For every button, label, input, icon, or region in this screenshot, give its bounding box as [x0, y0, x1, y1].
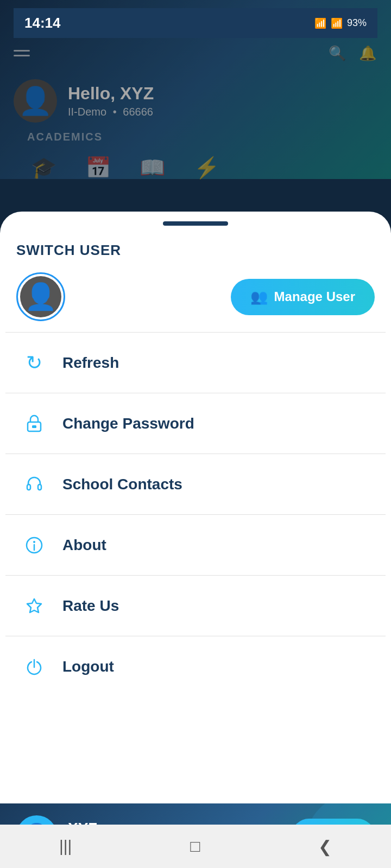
svg-point-6 — [33, 541, 35, 543]
sheet-handle[interactable] — [163, 221, 228, 226]
star-icon — [19, 591, 49, 621]
user-avatar-outline[interactable]: 👤 — [16, 272, 65, 321]
menu-label-school-contacts: School Contacts — [62, 476, 182, 493]
user-avatar-inner: 👤 — [20, 276, 61, 317]
menu-item-refresh[interactable]: ↻ Refresh — [0, 333, 391, 393]
signal-icon: 📶 — [331, 17, 343, 29]
status-bar: 14:14 📶 📶 93% — [14, 8, 377, 38]
svg-rect-3 — [27, 484, 30, 490]
user-row: 👤 👥 Manage User — [16, 272, 375, 321]
headset-icon — [19, 469, 49, 499]
wifi-icon: 📶 — [314, 17, 326, 29]
nav-back-button[interactable]: ❮ — [302, 832, 348, 861]
menu-item-change-password[interactable]: Change Password — [0, 393, 391, 454]
svg-rect-4 — [38, 484, 41, 490]
manage-user-icon: 👥 — [250, 289, 268, 305]
switch-user-section: SWITCH USER 👤 👥 Manage User — [0, 226, 391, 332]
lock-icon — [19, 409, 49, 438]
menu-item-school-contacts[interactable]: School Contacts — [0, 454, 391, 514]
manage-user-button[interactable]: 👥 Manage User — [231, 279, 375, 315]
menu-list: ↻ Refresh Change Password — [0, 333, 391, 803]
menu-label-logout: Logout — [62, 658, 114, 675]
menu-item-rate-us[interactable]: Rate Us — [0, 576, 391, 636]
switch-user-title: SWITCH USER — [16, 242, 375, 259]
menu-label-about: About — [62, 537, 106, 554]
nav-home-button[interactable]: □ — [174, 832, 216, 861]
sheet-content: SWITCH USER 👤 👥 Manage User ↻ Refresh — [0, 226, 391, 868]
menu-label-change-password: Change Password — [62, 415, 194, 432]
nav-menu-button[interactable]: ||| — [43, 832, 88, 861]
menu-label-rate-us: Rate Us — [62, 597, 119, 615]
svg-marker-8 — [27, 599, 41, 612]
user-avatar-icon: 👤 — [24, 282, 57, 312]
status-icons: 📶 📶 93% — [314, 17, 367, 29]
refresh-icon: ↻ — [19, 348, 49, 378]
info-icon — [19, 530, 49, 560]
menu-item-about[interactable]: About — [0, 515, 391, 575]
power-icon — [19, 652, 49, 681]
bottom-sheet: SWITCH USER 👤 👥 Manage User ↻ Refresh — [0, 212, 391, 868]
battery-text: 93% — [347, 17, 367, 29]
system-nav-bar: ||| □ ❮ — [0, 825, 391, 868]
menu-item-logout[interactable]: Logout — [0, 636, 391, 697]
manage-user-label: Manage User — [274, 289, 355, 304]
status-time: 14:14 — [24, 15, 61, 31]
menu-label-refresh: Refresh — [62, 354, 119, 372]
